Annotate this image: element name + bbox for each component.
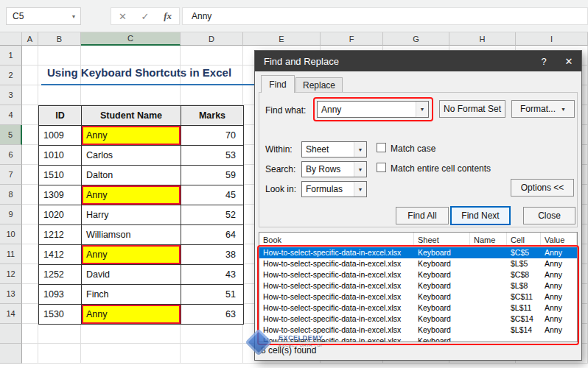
column-header-g[interactable]: G (383, 32, 449, 46)
row-header-1[interactable]: 1 (0, 46, 22, 66)
grid-cell[interactable] (22, 344, 38, 364)
table-cell[interactable]: Anny (82, 305, 181, 325)
table-cell[interactable]: 64 (181, 225, 244, 245)
row-header-5[interactable]: 5 (0, 125, 22, 145)
tab-replace[interactable]: Replace (295, 77, 343, 92)
table-cell[interactable]: 53 (181, 146, 244, 166)
chevron-down-icon[interactable]: ▼ (354, 142, 366, 157)
results-column-header-value[interactable]: Value (541, 233, 577, 247)
grid-cell[interactable] (22, 244, 38, 264)
grid-cell[interactable] (22, 125, 38, 145)
result-row[interactable]: How-to-select-specific-data-in-excel.xls… (259, 325, 577, 336)
grid-cell[interactable] (181, 324, 243, 344)
grid-cell[interactable] (81, 46, 181, 66)
row-header-3[interactable]: 3 (0, 85, 22, 105)
table-cell[interactable]: 1009 (39, 126, 82, 146)
row-header-14[interactable]: 14 (0, 304, 22, 324)
grid-cell[interactable] (181, 85, 243, 105)
table-cell[interactable]: 1010 (39, 146, 82, 166)
column-header-b[interactable]: B (38, 32, 81, 46)
find-what-combobox[interactable]: Anny ▼ (317, 101, 429, 118)
column-header-c[interactable]: C (81, 32, 181, 46)
result-row[interactable]: How-to-select-specific-data-in-excel.xls… (259, 291, 577, 302)
column-header-f[interactable]: F (321, 32, 383, 46)
grid-cell[interactable] (22, 46, 38, 66)
table-cell[interactable]: 1212 (39, 225, 82, 245)
table-cell[interactable]: 59 (181, 166, 244, 185)
grid-cell[interactable] (22, 284, 38, 304)
grid-cell[interactable] (22, 105, 38, 125)
table-cell[interactable]: 70 (181, 126, 244, 146)
table-cell[interactable]: Anny (82, 185, 181, 205)
column-header-d[interactable]: D (181, 32, 243, 46)
chevron-down-icon[interactable]: ▼ (67, 8, 80, 24)
results-column-header-book[interactable]: Book (259, 233, 414, 247)
formula-input[interactable]: Anny (182, 7, 588, 25)
result-row[interactable]: How-to-select-specific-data-in-excel.xls… (259, 280, 577, 291)
row-header-9[interactable]: 9 (0, 205, 22, 224)
table-cell[interactable]: Anny (82, 245, 181, 265)
close-button[interactable]: Close (523, 207, 575, 224)
grid-cell[interactable] (81, 344, 181, 364)
table-cell[interactable]: 1020 (39, 205, 82, 225)
grid-cell[interactable] (22, 165, 38, 185)
result-row[interactable]: How-to-select-specific-data-in-excel.xls… (259, 269, 577, 280)
grid-cell[interactable] (181, 46, 243, 66)
results-column-header-sheet[interactable]: Sheet (414, 233, 470, 247)
column-header-i[interactable]: I (516, 32, 588, 46)
table-cell[interactable]: 38 (181, 245, 244, 265)
result-row[interactable]: How-to-select-specific-data-in-excel.xls… (259, 258, 577, 269)
table-cell[interactable]: Dalton (82, 166, 181, 185)
grid-cell[interactable] (181, 344, 243, 364)
table-cell[interactable]: 1252 (39, 265, 82, 285)
table-cell[interactable]: Harry (82, 205, 181, 225)
find-next-button[interactable]: Find Next (450, 206, 511, 225)
result-row[interactable]: How-to-select-specific-data-in-excel.xls… (259, 336, 577, 342)
table-cell[interactable]: Anny (82, 126, 181, 146)
chevron-down-icon[interactable]: ▼ (416, 102, 428, 117)
table-cell[interactable]: 43 (181, 265, 244, 285)
grid-cell[interactable] (22, 324, 38, 344)
grid-cell[interactable] (22, 185, 38, 205)
row-header-8[interactable]: 8 (0, 185, 22, 205)
table-cell[interactable]: 1530 (39, 305, 82, 325)
column-header-e[interactable]: E (243, 32, 321, 46)
enter-icon[interactable]: ✓ (141, 11, 150, 22)
grid-cell[interactable] (38, 46, 81, 66)
row-header-12[interactable]: 12 (0, 264, 22, 284)
name-box[interactable]: C5 ▼ (6, 7, 81, 25)
row-header-2[interactable]: 2 (0, 66, 22, 85)
grid-cell[interactable] (38, 85, 81, 105)
table-cell[interactable]: 1093 (39, 285, 82, 305)
grid-cell[interactable] (22, 224, 38, 244)
table-cell[interactable]: Finch (82, 285, 181, 305)
row-header-4[interactable]: 4 (0, 105, 22, 125)
table-cell[interactable]: 52 (181, 205, 244, 225)
cancel-icon[interactable]: ✕ (119, 11, 127, 22)
grid-cell[interactable] (22, 145, 38, 165)
column-header-h[interactable]: H (449, 32, 516, 46)
insert-function-icon[interactable]: fx (164, 10, 172, 22)
row-header-13[interactable]: 13 (0, 284, 22, 304)
help-icon[interactable]: ? (531, 51, 556, 71)
dialog-titlebar[interactable]: Find and Replace ? ✕ (255, 51, 581, 71)
no-format-set-button[interactable]: No Format Set (439, 100, 505, 118)
column-header-a[interactable]: A (22, 32, 38, 46)
find-all-button[interactable]: Find All (396, 207, 449, 224)
row-header-7[interactable]: 7 (0, 165, 22, 185)
match-case-checkbox[interactable] (377, 143, 386, 152)
grid-cell[interactable] (22, 85, 38, 105)
grid-cell[interactable] (22, 264, 38, 284)
grid-cell[interactable] (38, 344, 81, 364)
close-icon[interactable]: ✕ (556, 51, 581, 71)
row-header-empty[interactable] (0, 324, 22, 344)
match-entire-label[interactable]: Match entire cell contents (391, 163, 491, 174)
tab-find[interactable]: Find (261, 75, 295, 93)
grid-cell[interactable] (81, 324, 181, 344)
grid-cell[interactable] (22, 66, 38, 85)
result-row[interactable]: How-to-select-specific-data-in-excel.xls… (259, 314, 577, 325)
table-cell[interactable]: 63 (181, 305, 244, 325)
row-header-11[interactable]: 11 (0, 244, 22, 264)
search-dropdown[interactable]: By Rows ▼ (301, 161, 367, 177)
row-header-6[interactable]: 6 (0, 145, 22, 165)
